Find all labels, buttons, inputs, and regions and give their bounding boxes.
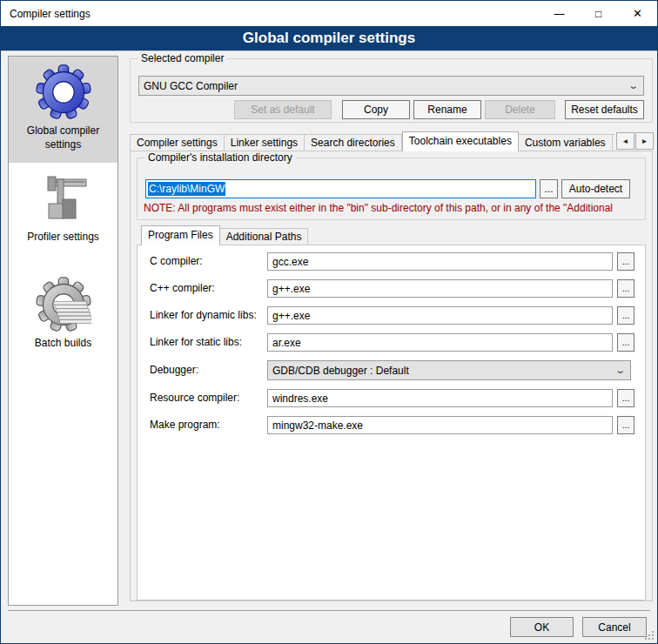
compiler-select-value: GNU GCC Compiler bbox=[144, 80, 238, 92]
tab-program-files[interactable]: Program Files bbox=[141, 225, 220, 245]
note-text: NOTE: All programs must exist either in … bbox=[144, 202, 646, 214]
delete-button[interactable]: Delete bbox=[485, 100, 555, 119]
linker-static-label: Linker for static libs: bbox=[150, 336, 242, 348]
cpp-compiler-browse-button[interactable]: ... bbox=[617, 279, 634, 298]
maximize-button[interactable]: □ bbox=[579, 1, 618, 26]
reset-defaults-button[interactable]: Reset defaults bbox=[565, 100, 644, 119]
compiler-settings-dialog: Compiler settings — □ ✕ Global compiler … bbox=[0, 0, 658, 644]
resource-compiler-label: Resource compiler: bbox=[150, 392, 239, 404]
chevron-down-icon: ⌄ bbox=[614, 365, 626, 376]
copy-button[interactable]: Copy bbox=[342, 100, 410, 119]
cpp-compiler-label: C++ compiler: bbox=[150, 282, 215, 294]
tab-build-options[interactable]: Build options bbox=[613, 134, 614, 151]
sidebar-item-global-compiler-settings[interactable]: Global compiler settings bbox=[9, 57, 118, 163]
caption-buttons: — □ ✕ bbox=[540, 1, 657, 26]
make-program-label: Make program: bbox=[150, 419, 220, 431]
arrow-left-icon: ◄ bbox=[622, 138, 629, 145]
tab-scroll-left-button[interactable]: ◄ bbox=[616, 132, 634, 150]
sidebar-item-label: Global compiler settings bbox=[18, 124, 109, 151]
tab-scroll-right-button[interactable]: ► bbox=[635, 132, 654, 150]
settings-tabstrip: Compiler settings Linker settings Search… bbox=[130, 131, 614, 151]
batch-builds-icon bbox=[36, 277, 91, 332]
footer-divider bbox=[8, 610, 650, 611]
c-compiler-label: C compiler: bbox=[150, 255, 203, 267]
debugger-label: Debugger: bbox=[150, 364, 198, 376]
tab-additional-paths[interactable]: Additional Paths bbox=[220, 228, 309, 245]
linker-dynamic-browse-button[interactable]: ... bbox=[617, 306, 634, 325]
chevron-down-icon: ⌄ bbox=[628, 80, 639, 91]
group-legend: Compiler's installation directory bbox=[144, 151, 296, 164]
auto-detect-button[interactable]: Auto-detect bbox=[561, 179, 630, 198]
browse-directory-button[interactable]: ... bbox=[540, 179, 558, 198]
compiler-select[interactable]: GNU GCC Compiler ⌄ bbox=[138, 76, 644, 96]
caliper-icon bbox=[36, 171, 91, 226]
selected-text: C:\raylib\MinGW bbox=[148, 182, 225, 196]
sidebar-item-profiler-settings[interactable]: Profiler settings bbox=[9, 163, 118, 269]
minimize-button[interactable]: — bbox=[540, 1, 579, 26]
sidebar-item-label: Profiler settings bbox=[18, 231, 109, 245]
page-title: Global compiler settings bbox=[1, 26, 657, 51]
title-bar[interactable]: Compiler settings — □ ✕ bbox=[1, 1, 657, 26]
resource-compiler-input[interactable]: windres.exe bbox=[267, 389, 613, 407]
tab-search-directories[interactable]: Search directories bbox=[305, 134, 402, 151]
make-program-browse-button[interactable]: ... bbox=[617, 416, 634, 434]
close-icon: ✕ bbox=[633, 7, 642, 20]
group-legend: Selected compiler bbox=[138, 52, 227, 64]
tab-custom-variables[interactable]: Custom variables bbox=[519, 134, 613, 151]
settings-sidebar: Global compiler settings Profiler settin… bbox=[8, 56, 118, 606]
program-files-tabstrip: Program Files Additional Paths bbox=[141, 225, 308, 245]
c-compiler-browse-button[interactable]: ... bbox=[617, 252, 634, 271]
installation-directory-input[interactable]: C:\raylib\MinGW bbox=[145, 179, 536, 198]
set-as-default-button[interactable]: Set as default bbox=[234, 100, 332, 119]
cancel-button[interactable]: Cancel bbox=[582, 617, 647, 637]
tab-compiler-settings[interactable]: Compiler settings bbox=[130, 134, 225, 151]
rename-button[interactable]: Rename bbox=[413, 100, 481, 119]
debugger-select[interactable]: GDB/CDB debugger : Default ⌄ bbox=[267, 360, 631, 380]
cpp-compiler-input[interactable]: g++.exe bbox=[267, 279, 613, 298]
maximize-icon: □ bbox=[595, 8, 601, 20]
resize-grip[interactable] bbox=[652, 638, 654, 640]
tab-linker-settings[interactable]: Linker settings bbox=[225, 134, 305, 151]
debugger-select-value: GDB/CDB debugger : Default bbox=[272, 365, 409, 377]
sidebar-item-label: Batch builds bbox=[18, 337, 109, 351]
arrow-right-icon: ► bbox=[641, 138, 648, 145]
resource-compiler-browse-button[interactable]: ... bbox=[617, 389, 634, 407]
close-button[interactable]: ✕ bbox=[618, 1, 657, 26]
sidebar-item-batch-builds[interactable]: Batch builds bbox=[9, 269, 118, 375]
linker-static-browse-button[interactable]: ... bbox=[617, 333, 634, 352]
program-files-page: C compiler: gcc.exe ... C++ compiler: g+… bbox=[137, 245, 646, 600]
linker-static-input[interactable]: ar.exe bbox=[267, 333, 613, 352]
make-program-input[interactable]: mingw32-make.exe bbox=[267, 416, 613, 434]
tab-toolchain-executables[interactable]: Toolchain executables bbox=[402, 131, 519, 151]
ok-button[interactable]: OK bbox=[510, 617, 574, 637]
linker-dynamic-input[interactable]: g++.exe bbox=[267, 306, 613, 325]
window-title: Compiler settings bbox=[1, 8, 91, 20]
linker-dynamic-label: Linker for dynamic libs: bbox=[150, 309, 257, 321]
minimize-icon: — bbox=[554, 8, 565, 20]
c-compiler-input[interactable]: gcc.exe bbox=[267, 252, 613, 271]
gear-icon bbox=[36, 64, 91, 120]
